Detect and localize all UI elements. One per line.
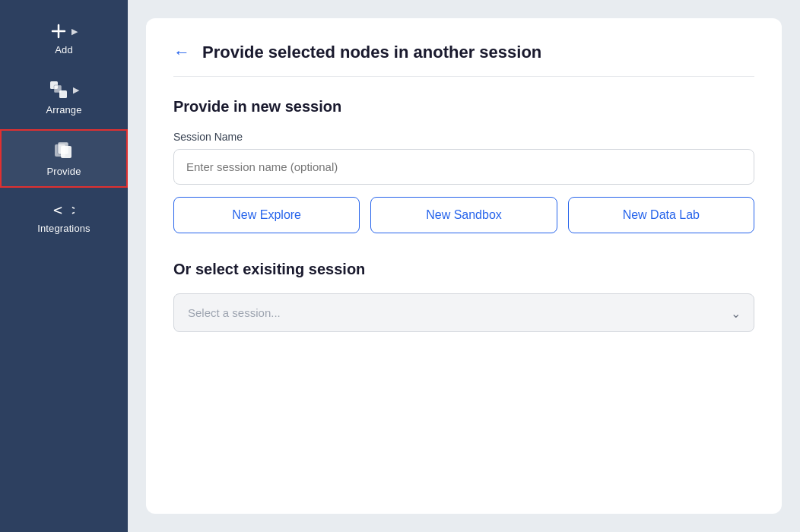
panel-header: ← Provide selected nodes in another sess… (173, 43, 754, 77)
arrange-icon (49, 80, 68, 100)
add-icon (50, 23, 67, 40)
session-name-input[interactable] (173, 149, 754, 185)
new-data-lab-button[interactable]: New Data Lab (568, 197, 754, 233)
svg-rect-4 (59, 90, 67, 98)
session-select[interactable]: Select a session... (173, 293, 754, 332)
provide-icon (53, 140, 75, 161)
sidebar-item-integrations[interactable]: < > Integrations (0, 191, 128, 245)
sidebar-item-add[interactable]: ▶ Add (0, 12, 128, 66)
add-chevron-icon: ▶ (71, 27, 78, 36)
sidebar-arrange-label: Arrange (46, 104, 81, 116)
sidebar-provide-label: Provide (47, 166, 81, 177)
sidebar-item-provide[interactable]: Provide (0, 129, 128, 188)
svg-text:< >: < > (53, 201, 75, 218)
sidebar: ▶ Add ▶ Arrange (0, 0, 128, 532)
session-type-buttons: New Explore New Sandbox New Data Lab (173, 197, 754, 233)
existing-section-title: Or select exisiting session (173, 261, 754, 278)
back-button[interactable]: ← (173, 44, 190, 61)
integrations-icon: < > (53, 201, 75, 218)
sidebar-add-label: Add (55, 44, 73, 55)
existing-session-section: Or select exisiting session Select a ses… (173, 261, 754, 332)
sidebar-item-arrange[interactable]: ▶ Arrange (0, 69, 128, 126)
session-dropdown-wrapper: Select a session... ⌄ (173, 293, 754, 332)
session-name-label: Session Name (173, 131, 754, 143)
svg-rect-7 (61, 146, 71, 158)
new-explore-button[interactable]: New Explore (173, 197, 360, 233)
sidebar-integrations-label: Integrations (37, 223, 90, 234)
provide-new-session-section: Provide in new session Session Name New … (173, 98, 754, 233)
main-content: ← Provide selected nodes in another sess… (128, 0, 800, 532)
new-sandbox-button[interactable]: New Sandbox (370, 197, 557, 233)
panel-title: Provide selected nodes in another sessio… (202, 43, 541, 62)
arrange-chevron-icon: ▶ (73, 85, 79, 95)
panel: ← Provide selected nodes in another sess… (146, 18, 782, 514)
provide-section-title: Provide in new session (173, 98, 754, 116)
